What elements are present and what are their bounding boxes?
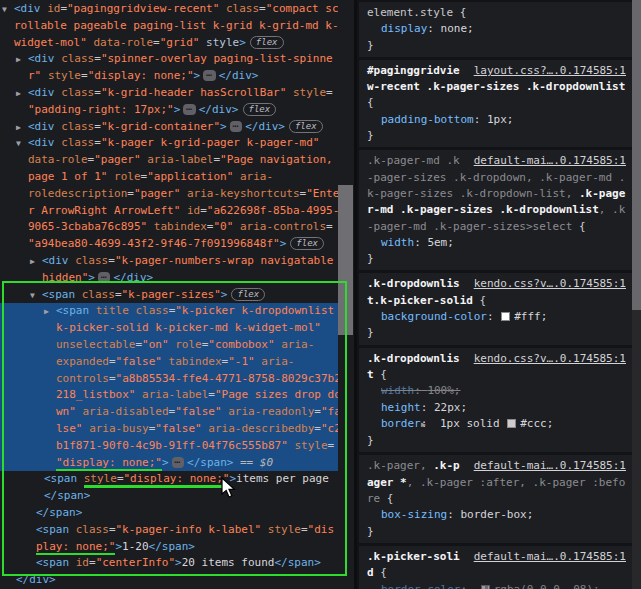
markup-line[interactable]: roledescription="pager" aria-keyshortcut… xyxy=(0,186,338,203)
property-name[interactable]: width xyxy=(381,384,414,397)
property-value[interactable]: 5em; xyxy=(427,236,454,249)
markup-line[interactable]: <span id="centerInfo">20 items found</sp… xyxy=(0,555,338,572)
code-token: aria-describedby xyxy=(208,422,314,435)
inline-expander-icon[interactable]: ⋯ xyxy=(203,70,215,81)
markup-scrollbar-thumb[interactable] xyxy=(338,185,353,335)
css-declaration[interactable]: background-color: #fff; xyxy=(367,309,626,325)
markup-line[interactable]: </span> xyxy=(0,488,338,505)
markup-line[interactable]: ▼<span class="k-pager-sizes">flex xyxy=(0,287,338,304)
property-name[interactable]: padding-bottom xyxy=(381,113,474,126)
code-token: r" xyxy=(28,69,48,82)
markup-line[interactable]: play: none;">1-20</span> xyxy=(0,539,338,556)
property-name[interactable]: box-sizing xyxy=(381,508,447,521)
property-name[interactable]: border-color xyxy=(381,583,460,589)
markup-line[interactable]: lse" aria-busy="false" aria-describedby=… xyxy=(0,421,338,438)
markup-line[interactable]: <span class="k-pager-info k-label" style… xyxy=(0,522,338,539)
rule-selector-line: element.style { xyxy=(367,5,626,21)
markup-line[interactable]: page 1 of 1" role="application" aria- xyxy=(0,169,338,186)
markup-line[interactable]: 9065-3cbaba76c895" tabindex="0" aria-con… xyxy=(0,219,338,236)
markup-line[interactable]: b1f871-90f0-4c9b-91ff-04f76c555b87" styl… xyxy=(0,438,338,455)
color-swatch[interactable] xyxy=(481,585,490,589)
twisty-icon[interactable]: ▶ xyxy=(16,86,28,102)
markup-line[interactable]: ▶<div class="k-pager-numbers-wrap naviga… xyxy=(0,253,338,270)
markup-line[interactable]: ▼<div id="paginggridview-recent" class="… xyxy=(0,1,338,18)
css-declaration[interactable]: display: none; xyxy=(367,21,626,37)
css-declaration[interactable]: width: 5em; xyxy=(367,235,626,251)
twisty-icon[interactable]: ▼ xyxy=(16,136,28,152)
twisty-icon[interactable]: ▶ xyxy=(16,120,28,136)
property-value[interactable]: 22px; xyxy=(434,401,467,414)
color-swatch[interactable] xyxy=(507,419,516,428)
inline-expander-icon[interactable]: ⋯ xyxy=(183,104,195,115)
property-value[interactable]: #ccc; xyxy=(520,417,553,430)
markup-line[interactable]: k-picker-solid k-picker-md k-widget-mol" xyxy=(0,320,338,337)
markup-line[interactable]: widget-mol" data-role="grid" style>flex xyxy=(0,35,338,52)
css-declaration[interactable]: height: 22px; xyxy=(367,400,626,416)
property-value[interactable]: 1px; xyxy=(487,113,514,126)
property-value[interactable]: border-box; xyxy=(460,508,533,521)
inline-expander-icon[interactable]: ⋯ xyxy=(230,121,242,132)
markup-line[interactable]: </span> xyxy=(0,505,338,522)
markup-line[interactable]: "padding-right: 17px;">⋯</div>flex xyxy=(0,102,338,119)
markup-line[interactable]: r ArrowRight ArrowLeft" id="a622698f-85b… xyxy=(0,203,338,220)
markup-line[interactable]: wn" aria-disabled="false" aria-readonly=… xyxy=(0,404,338,421)
markup-line[interactable]: "a94bea80-4699-43f2-9f46-7f091996848f">f… xyxy=(0,236,338,253)
flex-badge[interactable]: flex xyxy=(250,36,284,49)
css-declaration[interactable]: padding-bottom: 1px; xyxy=(367,112,626,128)
stylesheet-link[interactable]: default-mai….0.174585:1 xyxy=(474,458,626,474)
markup-line[interactable]: ▶<div class="k-grid-container">⋯</div>fl… xyxy=(0,119,338,136)
flex-badge[interactable]: flex xyxy=(231,288,265,301)
twisty-icon[interactable]: ▶ xyxy=(16,52,28,68)
markup-line[interactable]: data-role="pager" aria-label="Page navig… xyxy=(0,152,338,169)
markup-line[interactable]: r" style="display: none;">⋯</div> xyxy=(0,68,338,85)
markup-line[interactable]: hidden">⋯</div> xyxy=(0,270,338,287)
markup-line[interactable]: expanded="false" tabindex="-1" aria- xyxy=(0,354,338,371)
markup-line[interactable]: <span style="display: none;">items per p… xyxy=(0,471,338,488)
markup-line[interactable]: 218_listbox" aria-label="Page sizes drop… xyxy=(0,387,338,404)
twisty-icon[interactable]: ▼ xyxy=(2,2,14,18)
flex-badge[interactable]: flex xyxy=(290,237,324,250)
color-swatch[interactable] xyxy=(501,312,510,321)
css-declaration[interactable]: border-color: ▶rgba(0,0,0,.08); xyxy=(367,582,626,589)
css-declaration[interactable]: box-sizing: border-box; xyxy=(367,507,626,523)
stylesheet-link[interactable]: kendo.css?v….0.174585:1 xyxy=(474,351,626,367)
markup-view-panel[interactable]: ▼<div id="paginggridview-recent" class="… xyxy=(0,0,354,589)
inline-expander-icon[interactable]: ⋯ xyxy=(98,272,110,283)
markup-line[interactable]: rollable pageable paging-list k-grid k-g… xyxy=(0,18,338,35)
property-name[interactable]: width xyxy=(381,236,414,249)
twisty-icon[interactable]: ▶ xyxy=(30,254,42,270)
stylesheet-link[interactable]: kendo.css?v….0.174585:1 xyxy=(474,276,626,292)
property-name[interactable]: height xyxy=(381,401,421,414)
flex-badge[interactable]: flex xyxy=(289,120,323,133)
markup-line[interactable]: ▼<div class="k-pager k-grid-pager k-page… xyxy=(0,135,338,152)
property-name[interactable]: display xyxy=(381,22,427,35)
rules-scrollbar-thumb[interactable] xyxy=(632,0,641,310)
flex-badge[interactable]: flex xyxy=(243,103,277,116)
rule-selector[interactable]: .k-dropdownlist.k-picker-solid xyxy=(367,277,473,306)
stylesheet-link[interactable]: default-mai….0.174585:1 xyxy=(474,549,626,565)
markup-line[interactable]: "display: none;">⋯</span> == $0 xyxy=(0,455,338,472)
markup-line[interactable]: </div> xyxy=(0,572,338,589)
markup-line[interactable]: ▶<span title class="k-picker k-dropdownl… xyxy=(0,303,338,320)
markup-line[interactable]: ▶<div class="k-grid-header hasScrollBar"… xyxy=(0,85,338,102)
markup-line[interactable]: ▶<div class="spinner-overlay paging-list… xyxy=(0,51,338,68)
twisty-icon[interactable]: ▼ xyxy=(30,288,42,304)
property-value[interactable]: #fff; xyxy=(514,310,547,323)
property-value[interactable]: rgba(0,0,0,.08); xyxy=(494,583,600,589)
stylesheet-link[interactable]: default-mai….0.174585:1 xyxy=(474,153,626,169)
markup-line[interactable]: unselectable="on" role="combobox" aria- xyxy=(0,337,338,354)
css-declaration[interactable]: border: ▶1px solid #ccc; xyxy=(367,416,626,433)
rule-selector[interactable]: element.style xyxy=(367,6,453,19)
rule-selector[interactable]: .k-pager, xyxy=(367,459,433,472)
property-value[interactable]: 100%; xyxy=(427,384,460,397)
twisty-icon[interactable]: ▶ xyxy=(44,304,56,320)
css-rules-panel[interactable]: element.style {display: none;}layout.css… xyxy=(357,0,632,589)
property-value[interactable]: 1px solid xyxy=(440,417,506,430)
property-name[interactable]: background-color xyxy=(381,310,487,323)
markup-line[interactable]: controls="a8b85534-ffe4-4771-8758-8029c3… xyxy=(0,371,338,388)
inline-expander-icon[interactable]: ⋯ xyxy=(172,457,184,468)
css-declaration[interactable]: width: 100%; xyxy=(367,383,626,399)
property-name[interactable]: border xyxy=(381,417,421,430)
stylesheet-link[interactable]: layout.css?….0.174585:1 xyxy=(474,63,626,79)
property-value[interactable]: none; xyxy=(441,22,474,35)
